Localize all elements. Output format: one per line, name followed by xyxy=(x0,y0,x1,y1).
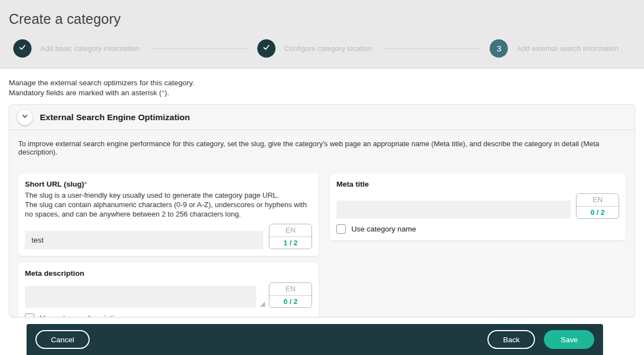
use-category-name-label: Use category name xyxy=(351,225,416,233)
step-2-indicator[interactable] xyxy=(257,39,276,58)
slug-language-counter: 1 / 2 xyxy=(269,237,311,249)
right-column: Meta title EN 0 / 2 Use category name xyxy=(330,173,626,240)
meta-title-input-row: EN 0 / 2 xyxy=(336,193,619,219)
use-category-name-row: Use category name xyxy=(336,224,619,234)
meta-title-language-selector[interactable]: EN 0 / 2 xyxy=(576,193,619,219)
page-header: Create a category Add basic category inf… xyxy=(0,0,644,69)
slug-language-selector[interactable]: EN 1 / 2 xyxy=(269,224,312,249)
intro-line-1: Manage the external search optimizers fo… xyxy=(9,78,635,88)
step-3-label: Add external search information xyxy=(517,44,619,53)
page-title: Create a category xyxy=(9,11,635,27)
meta-description-language-selector[interactable]: EN 0 / 2 xyxy=(269,282,312,308)
use-category-description-label: Use category description xyxy=(40,314,122,317)
meta-title-input[interactable] xyxy=(336,200,570,219)
step-connector xyxy=(151,48,247,49)
meta-description-language-code: EN xyxy=(269,283,311,296)
step-3-number: 3 xyxy=(497,44,501,53)
action-bar: Cancel Back Save xyxy=(27,324,603,355)
required-asterisk: * xyxy=(84,180,87,188)
slug-field-card: Short URL (slug)* The slug is a user-fri… xyxy=(18,173,319,256)
step-2-label: Configure category location xyxy=(284,44,372,53)
left-column: Short URL (slug)* The slug is a user-fri… xyxy=(18,173,319,317)
meta-description-textarea[interactable] xyxy=(25,286,256,308)
step-1-indicator[interactable] xyxy=(13,39,32,58)
step-3-indicator[interactable]: 3 xyxy=(490,39,508,58)
collapse-section-button[interactable] xyxy=(17,110,33,125)
chevron-down-icon xyxy=(21,112,29,122)
use-category-description-checkbox[interactable] xyxy=(25,313,34,317)
cancel-button[interactable]: Cancel xyxy=(35,330,90,349)
meta-title-language-counter: 0 / 2 xyxy=(577,207,619,219)
seo-panel-body: To improve external search engine perfor… xyxy=(9,140,635,317)
step-connector xyxy=(384,48,480,49)
seo-section-title: External Search Engine Optimization xyxy=(40,112,190,122)
slug-language-code: EN xyxy=(269,224,311,237)
meta-description-field-card: Meta description EN 0 / 2 Use cate xyxy=(18,263,319,317)
check-icon xyxy=(18,43,27,54)
meta-description-input-row: EN 0 / 2 xyxy=(25,282,312,308)
resize-handle-icon[interactable] xyxy=(258,300,266,307)
back-button[interactable]: Back xyxy=(487,330,535,349)
seo-section-description: To improve external search engine perfor… xyxy=(18,140,626,156)
seo-form-grid: Short URL (slug)* The slug is a user-fri… xyxy=(18,173,626,317)
slug-help-line-2: The slug can contain alphanumeric charac… xyxy=(25,200,312,219)
slug-help-line-1: The slug is a user-friendly key usually … xyxy=(25,191,312,200)
slug-label: Short URL (slug)* xyxy=(25,180,312,188)
meta-title-label: Meta title xyxy=(336,180,619,188)
slug-input[interactable] xyxy=(25,231,263,249)
seo-panel-header: External Search Engine Optimization xyxy=(9,105,635,130)
use-category-name-checkbox[interactable] xyxy=(336,224,346,234)
intro-text: Manage the external search optimizers fo… xyxy=(0,69,644,98)
wizard-stepper: Add basic category information Configure… xyxy=(13,39,631,58)
intro-line-2: Mandatory fields are marked with an aste… xyxy=(9,88,635,98)
use-category-description-row: Use category description xyxy=(25,313,312,317)
step-1-label: Add basic category information xyxy=(40,44,139,53)
slug-help-text: The slug is a user-friendly key usually … xyxy=(25,191,312,219)
meta-description-language-counter: 0 / 2 xyxy=(269,296,311,308)
slug-input-row: EN 1 / 2 xyxy=(25,224,312,249)
save-button[interactable]: Save xyxy=(544,330,594,349)
check-icon xyxy=(262,43,271,54)
meta-title-field-card: Meta title EN 0 / 2 Use category name xyxy=(330,173,626,240)
seo-panel: External Search Engine Optimization To i… xyxy=(9,104,635,317)
meta-title-language-code: EN xyxy=(577,194,619,207)
meta-description-label: Meta description xyxy=(25,269,312,277)
